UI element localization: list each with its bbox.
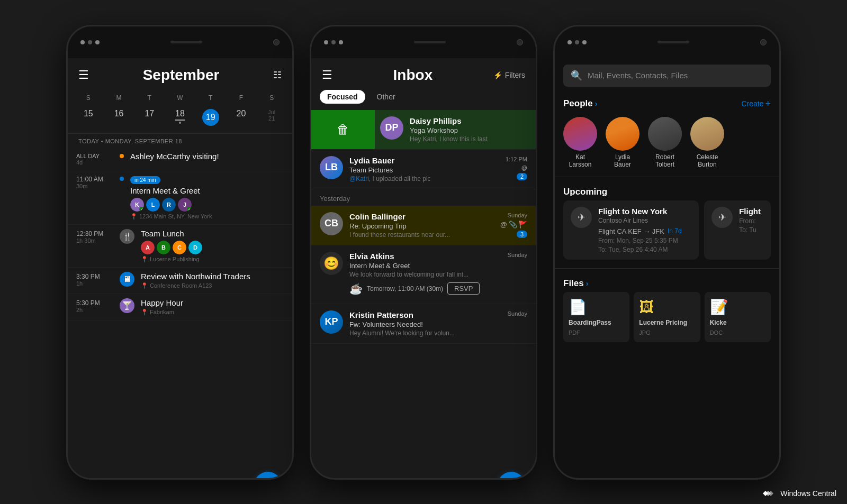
mail-item-elvia[interactable]: 😊 Elvia Atkins Intern Meet & Greet We lo… xyxy=(311,245,536,304)
mail-preview-kristin: Hey Alumni! We're looking for volun... xyxy=(349,329,501,337)
day-15[interactable]: 15 xyxy=(73,106,104,129)
flag-icon: 🚩 xyxy=(519,221,527,228)
jpg-icon: 🖼 xyxy=(639,298,654,316)
event-dot-blue xyxy=(120,177,124,181)
create-button[interactable]: Create + xyxy=(741,98,771,109)
event-time-11am: 11:00 AM 30m xyxy=(76,175,113,189)
day-17[interactable]: 17 xyxy=(134,106,165,129)
mail-item-kristin[interactable]: KP Kristin Patterson Fw: Volunteers Need… xyxy=(311,304,536,344)
avatar-3: R xyxy=(162,198,176,212)
event-content-happyhour: Happy Hour 📍Fabrikam xyxy=(141,298,284,316)
speaker-2 xyxy=(414,41,446,43)
person-kat[interactable]: KatLarsson xyxy=(563,117,597,168)
wifi-icon-2 xyxy=(324,40,328,44)
tab-other[interactable]: Other xyxy=(370,90,403,104)
mail-time-kristin: Sunday xyxy=(508,310,527,317)
event-ashley[interactable]: ALL DAY 4d Ashley McCarthy visiting! xyxy=(68,148,292,170)
mail-item-daisy[interactable]: 🗑 DP Daisy Phillips Yoga Workshop Hey Ka… xyxy=(311,110,536,150)
flight-title-2: Flight xyxy=(739,207,763,216)
weekdays-row: S M T W T F S xyxy=(68,90,292,106)
file-lucerne[interactable]: 🖼 Lucerne Pricing JPG xyxy=(634,292,700,342)
event-title-lunch: Team Lunch xyxy=(141,229,284,238)
day-18[interactable]: 18 xyxy=(165,106,195,129)
event-review[interactable]: 3:30 PM 1h 🖥 Review with Northwind Trade… xyxy=(68,268,292,294)
day-20[interactable]: 20 xyxy=(226,106,257,129)
file-boardingpass[interactable]: 📄 BoardingPass PDF xyxy=(563,292,629,342)
flight-card-1[interactable]: ✈ Flight to New York Contoso Air Lines F… xyxy=(563,200,699,260)
day-21[interactable]: Jul21 xyxy=(256,106,287,129)
mail-item-colin[interactable]: CB Colin Ballinger Re: Upcoming Trip I f… xyxy=(311,206,536,245)
speaker xyxy=(170,41,202,43)
person-celeste[interactable]: CelesteBurton xyxy=(690,117,724,168)
mail-subject-daisy: Yoga Workshop xyxy=(410,126,527,134)
rsvp-button[interactable]: RSVP xyxy=(447,282,480,295)
signal-icon-2 xyxy=(331,40,336,44)
avatar-1: K✓ xyxy=(130,198,144,212)
upcoming-section-header: Upcoming xyxy=(555,181,779,200)
mail-list: 🗑 DP Daisy Phillips Yoga Workshop Hey Ka… xyxy=(311,110,536,480)
mail-time-colin: Sunday xyxy=(508,212,527,218)
section-yesterday: Yesterday xyxy=(311,189,536,206)
mail-time-lydia: 1:12 PM xyxy=(506,156,527,162)
day-16[interactable]: 16 xyxy=(104,106,134,129)
mail-badge-lydia: 2 xyxy=(517,173,527,180)
mail-badge-colin: 3 xyxy=(517,231,527,238)
flight-icon-1: ✈ xyxy=(571,207,592,228)
chevron-right-people[interactable]: › xyxy=(595,99,598,108)
search-screen: 🔍 Mail, Events, Contacts, Files People ›… xyxy=(555,58,779,480)
weekday-s2: S xyxy=(256,92,287,104)
mail-item-lydia[interactable]: LB Lydia Bauer Team Pictures @Katri, I u… xyxy=(311,150,536,189)
weekday-f: F xyxy=(226,92,257,104)
event-intern[interactable]: 11:00 AM 30m in 24 min Intern Meet & Gre… xyxy=(68,170,292,225)
event-title-intern: Intern Meet & Greet xyxy=(130,186,284,195)
mail-preview-elvia: We look forward to welcoming our fall in… xyxy=(349,271,501,278)
mail-content-kristin: Kristin Patterson Fw: Volunteers Needed!… xyxy=(349,310,501,337)
mail-subject-kristin: Fw: Volunteers Needed! xyxy=(349,320,501,328)
event-content-intern: in 24 min Intern Meet & Greet K✓ L R J✓ … xyxy=(130,175,284,220)
plus-icon: + xyxy=(765,98,771,109)
reminder-row: ☕ Tomorrow, 11:00 AM (30m) RSVP xyxy=(349,280,501,297)
person-robert[interactable]: RobertTolbert xyxy=(648,117,682,168)
camera xyxy=(273,39,280,45)
avatar-robert xyxy=(648,117,682,151)
chevron-right-files[interactable]: › xyxy=(586,279,589,288)
flight-card-2[interactable]: ✈ Flight From: To: Tu xyxy=(704,200,771,260)
filters-button[interactable]: ⚡ Filters xyxy=(493,71,525,79)
search-bar[interactable]: 🔍 Mail, Events, Contacts, Files xyxy=(563,65,771,87)
status-bar-2 xyxy=(311,26,536,58)
intern-avatars: K✓ L R J✓ xyxy=(130,198,284,212)
mail-sender-lydia: Lydia Bauer xyxy=(349,156,499,165)
list-view-icon[interactable]: ☷ xyxy=(273,69,282,81)
mail-hamburger-icon[interactable]: ☰ xyxy=(322,68,332,82)
event-lunch[interactable]: 12:30 PM 1h 30m 🍴 Team Lunch A B C D xyxy=(68,225,292,268)
weekday-s: S xyxy=(73,92,104,104)
wifi-icon xyxy=(80,40,85,44)
add-event-button[interactable]: + xyxy=(254,472,282,480)
battery-icon xyxy=(95,40,100,44)
mail-sender-colin: Colin Ballinger xyxy=(349,212,494,221)
mail-flags-colin: @ 📎 🚩 xyxy=(500,221,527,228)
mail-screen: ☰ Inbox ⚡ Filters Focused Other 🗑 DP xyxy=(311,58,536,480)
status-icons-left-3 xyxy=(567,40,587,44)
avatar-7: C xyxy=(173,241,186,254)
flight-details-1: Flight to New York Contoso Air Lines Fli… xyxy=(598,207,691,253)
event-happyhour[interactable]: 5:30 PM 2h 🍸 Happy Hour 📍Fabrikam xyxy=(68,294,292,320)
person-lydia[interactable]: LydiaBauer xyxy=(606,117,639,168)
upcoming-title: Upcoming xyxy=(563,187,607,197)
event-content-ashley: Ashley McCarthy visiting! xyxy=(130,152,284,161)
drink-icon: 🍸 xyxy=(120,298,134,313)
logo-svg xyxy=(760,488,776,499)
mail-subject-lydia: Team Pictures xyxy=(349,166,499,174)
people-section-header: People › Create + xyxy=(555,93,779,113)
avatar-lydia-search xyxy=(606,117,639,151)
mail-subject-elvia: Intern Meet & Greet xyxy=(349,262,501,270)
mail-subject-colin: Re: Upcoming Trip xyxy=(349,222,494,230)
day-19[interactable]: 19 xyxy=(195,106,226,129)
hamburger-icon[interactable]: ☰ xyxy=(78,68,89,82)
tab-focused[interactable]: Focused xyxy=(320,90,365,104)
file-kicke[interactable]: 📝 Kicke DOC xyxy=(705,292,771,342)
file-name-2: Lucerne Pricing xyxy=(639,319,695,326)
file-type-1: PDF xyxy=(569,329,580,336)
in-badge: in 24 min xyxy=(130,176,160,184)
fork-icon: 🍴 xyxy=(120,229,134,244)
